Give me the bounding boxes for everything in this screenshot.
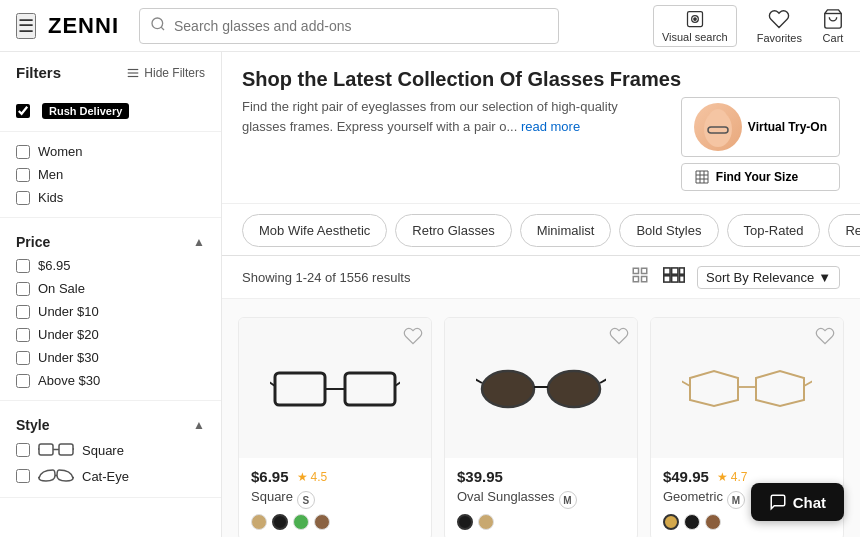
main-layout: Filters Hide Filters Rush Delivery Women… — [0, 52, 860, 537]
rush-delivery-filter: Rush Delivery — [0, 91, 221, 132]
grid-view-small-button[interactable] — [629, 264, 651, 290]
svg-rect-23 — [642, 277, 647, 282]
svg-point-18 — [708, 109, 728, 133]
collection-description: Find the right pair of eyeglasses from o… — [242, 97, 665, 136]
rush-delivery-checkbox[interactable] — [16, 104, 30, 118]
square-label: Square — [82, 443, 124, 458]
hide-filters-button[interactable]: Hide Filters — [126, 66, 205, 80]
cart-button[interactable]: Cart — [822, 8, 844, 44]
square-style-item[interactable]: Square — [16, 437, 205, 463]
men-label: Men — [38, 167, 63, 182]
under-20-item[interactable]: Under $20 — [16, 323, 205, 346]
kids-checkbox[interactable] — [16, 191, 30, 205]
on-sale-checkbox[interactable] — [16, 282, 30, 296]
women-checkbox-item[interactable]: Women — [16, 140, 205, 163]
tab-retro-glasses[interactable]: Retro Glasses — [395, 214, 511, 247]
svg-line-1 — [161, 27, 164, 30]
svg-rect-9 — [39, 444, 53, 455]
tab-minimalist[interactable]: Minimalist — [520, 214, 612, 247]
under-10-item[interactable]: Under $10 — [16, 300, 205, 323]
product-card-2: $39.95 Oval Sunglasses M — [444, 317, 638, 537]
svg-rect-20 — [633, 268, 638, 273]
wishlist-button-3[interactable] — [815, 326, 835, 351]
swatch-3-brown[interactable] — [705, 514, 721, 530]
swatch-3-gold[interactable] — [663, 514, 679, 530]
header: ☰ ZENNI Visual search Favorites Cart — [0, 0, 860, 52]
chat-button[interactable]: Chat — [751, 483, 844, 521]
under-30-label: Under $30 — [38, 350, 99, 365]
on-sale-item[interactable]: On Sale — [16, 277, 205, 300]
svg-rect-31 — [345, 373, 395, 405]
chat-label: Chat — [793, 494, 826, 511]
men-checkbox[interactable] — [16, 168, 30, 182]
swatch-1-brown[interactable] — [314, 514, 330, 530]
svg-rect-29 — [680, 276, 685, 282]
women-checkbox[interactable] — [16, 145, 30, 159]
view-sort: Sort By Relevance ▼ — [629, 264, 840, 290]
swatch-3-black[interactable] — [684, 514, 700, 530]
svg-point-35 — [482, 371, 534, 407]
tab-ready-to-w[interactable]: Ready-to-W... — [828, 214, 860, 247]
grid-view-large-button[interactable] — [661, 264, 687, 290]
kids-checkbox-item[interactable]: Kids — [16, 186, 205, 209]
virtual-try-on-button[interactable]: Virtual Try-On — [681, 97, 840, 157]
sort-dropdown[interactable]: Sort By Relevance ▼ — [697, 266, 840, 289]
swatch-1-black[interactable] — [272, 514, 288, 530]
wishlist-button-2[interactable] — [609, 326, 629, 351]
tab-bold-styles[interactable]: Bold Styles — [619, 214, 718, 247]
cat-eye-checkbox[interactable] — [16, 469, 30, 483]
svg-marker-41 — [756, 371, 804, 406]
price-title: Price — [16, 234, 50, 250]
above-30-item[interactable]: Above $30 — [16, 369, 205, 392]
search-icon — [150, 16, 166, 35]
men-checkbox-item[interactable]: Men — [16, 163, 205, 186]
rush-delivery-checkbox-item[interactable]: Rush Delivery — [16, 99, 205, 123]
swatch-1-gold[interactable] — [251, 514, 267, 530]
product-image-1 — [239, 318, 431, 458]
under-30-item[interactable]: Under $30 — [16, 346, 205, 369]
search-input[interactable] — [174, 18, 548, 34]
find-size-button[interactable]: Find Your Size — [681, 163, 840, 191]
svg-line-39 — [600, 378, 606, 383]
cat-eye-label: Cat-Eye — [82, 469, 129, 484]
tab-top-rated[interactable]: Top-Rated — [727, 214, 821, 247]
hide-filters-label: Hide Filters — [144, 66, 205, 80]
cat-eye-glasses-icon — [38, 467, 74, 485]
swatch-1-green[interactable] — [293, 514, 309, 530]
filters-title: Filters — [16, 64, 61, 81]
tabs-row: Mob Wife Aesthetic Retro Glasses Minimal… — [222, 204, 860, 256]
tab-mob-wife-aesthetic[interactable]: Mob Wife Aesthetic — [242, 214, 387, 247]
product-image-3 — [651, 318, 843, 458]
product-card-1: $6.95 ★ 4.5 Square S — [238, 317, 432, 537]
product-glasses-svg-1 — [270, 358, 400, 418]
swatch-2-gold[interactable] — [478, 514, 494, 530]
above-30-checkbox[interactable] — [16, 374, 30, 388]
vto-label: Virtual Try-On — [748, 120, 827, 134]
cart-label: Cart — [823, 32, 844, 44]
svg-point-4 — [694, 17, 697, 20]
svg-point-36 — [548, 371, 600, 407]
visual-search-button[interactable]: Visual search — [653, 5, 737, 47]
style-title: Style — [16, 417, 49, 433]
vto-face-icon — [694, 103, 742, 151]
swatch-2-black[interactable] — [457, 514, 473, 530]
price-695-checkbox[interactable] — [16, 259, 30, 273]
wishlist-button-1[interactable] — [403, 326, 423, 351]
under-20-checkbox[interactable] — [16, 328, 30, 342]
product-size-2: M — [559, 491, 577, 509]
svg-rect-10 — [59, 444, 73, 455]
square-checkbox[interactable] — [16, 443, 30, 457]
collection-heading: Shop the Latest Collection Of Glasses Fr… — [242, 68, 840, 91]
favorites-button[interactable]: Favorites — [757, 8, 802, 44]
under-30-checkbox[interactable] — [16, 351, 30, 365]
product-info-1: $6.95 ★ 4.5 Square S — [239, 458, 431, 537]
hamburger-menu-button[interactable]: ☰ — [16, 13, 36, 39]
product-name-1: Square — [251, 489, 293, 504]
under-10-checkbox[interactable] — [16, 305, 30, 319]
read-more-link[interactable]: read more — [521, 119, 580, 134]
product-size-3: M — [727, 491, 745, 509]
square-glasses-icon — [38, 441, 74, 459]
cat-eye-style-item[interactable]: Cat-Eye — [16, 463, 205, 489]
price-695-item[interactable]: $6.95 — [16, 254, 205, 277]
rush-delivery-badge: Rush Delivery — [42, 103, 129, 119]
